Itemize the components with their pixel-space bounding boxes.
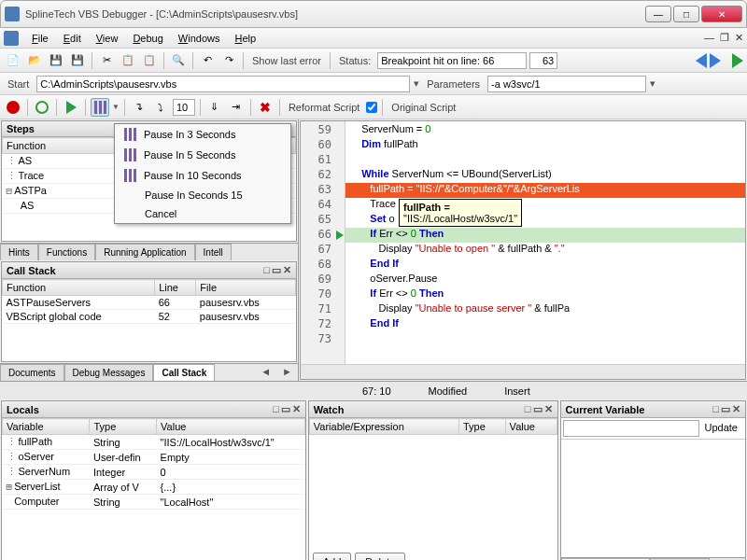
cut-button[interactable]: ✂	[97, 51, 116, 70]
menu-help[interactable]: Help	[227, 31, 263, 46]
locals-panel-header: Locals □▭✕	[2, 401, 305, 418]
params-field[interactable]	[487, 76, 646, 92]
window-title: SplineTech VBS Debugger - [C:\AdminScrip…	[25, 8, 645, 20]
menu-file[interactable]: File	[24, 31, 56, 46]
pause-button[interactable]	[91, 98, 109, 117]
hints-tabs: Hints Functions Running Application Inte…	[0, 243, 298, 260]
cursor-position: 67: 10	[362, 385, 391, 397]
script-toolbar: Start ▾ Parameters ▾	[0, 73, 747, 95]
currentvar-input[interactable]	[563, 420, 699, 437]
mdi-restore-button[interactable]: ❐	[720, 32, 729, 44]
stop-button[interactable]: ✖	[256, 98, 275, 117]
undo-button[interactable]: ↶	[198, 51, 217, 70]
panel-max-icon[interactable]: ▭	[533, 403, 543, 415]
paste-button[interactable]: 📋	[140, 51, 159, 70]
start-label: Start	[4, 78, 33, 90]
table-row: ComputerString"LocalHost"	[3, 495, 305, 510]
panel-pin-icon[interactable]: □	[712, 403, 719, 415]
app-icon	[5, 7, 20, 21]
panel-close-icon[interactable]: ✕	[283, 264, 291, 276]
pause-dropdown-arrow[interactable]: ▼	[112, 103, 120, 111]
reformat-label: Reformat Script	[285, 102, 363, 113]
pause-dropdown-menu: Pause In 3 Seconds Pause In 5 Seconds Pa…	[114, 123, 291, 224]
pause-cancel-item[interactable]: Cancel	[115, 204, 290, 223]
saveall-button[interactable]: 💾	[68, 51, 87, 70]
callstack-table[interactable]: FunctionLineFile ASTPauseServers66pauses…	[2, 279, 296, 324]
tab-intell[interactable]: Intell	[195, 244, 232, 260]
panel-pin-icon[interactable]: □	[263, 264, 270, 276]
script-path-field[interactable]	[36, 76, 410, 92]
record-button[interactable]	[4, 98, 22, 117]
step-into-button[interactable]: ↴	[130, 98, 148, 117]
new-button[interactable]: 📄	[4, 51, 22, 70]
show-last-error-label[interactable]: Show last error	[248, 55, 325, 66]
run-button[interactable]	[732, 53, 743, 68]
watch-table[interactable]: Variable/ExpressionTypeValue	[309, 418, 557, 435]
table-row: ⋮fullPathString"IIS://LocalHost/w3svc/1"	[3, 435, 305, 450]
tab-hints[interactable]: Hints	[0, 244, 38, 260]
nav-next-button[interactable]	[710, 53, 721, 68]
menu-windows[interactable]: Windows	[171, 31, 228, 46]
step-count-field[interactable]	[173, 99, 195, 116]
panel-close-icon[interactable]: ✕	[292, 403, 301, 415]
panel-max-icon[interactable]: ▭	[272, 264, 281, 276]
app-icon-small	[4, 31, 19, 46]
callstack-panel-header: Call Stack □▭✕	[2, 262, 296, 279]
tab-documents[interactable]: Documents	[0, 364, 64, 381]
tab-debug-messages[interactable]: Debug Messages	[64, 364, 154, 381]
insert-mode: Insert	[504, 385, 530, 397]
tab-functions[interactable]: Functions	[38, 244, 95, 260]
close-button[interactable]: ✕	[701, 6, 742, 22]
editor-hscrollbar[interactable]	[301, 364, 745, 379]
update-button[interactable]: Update	[699, 420, 743, 437]
redo-button[interactable]: ↷	[219, 51, 238, 70]
menu-edit[interactable]: Edit	[56, 31, 89, 46]
step-out-button[interactable]: ⇓	[205, 98, 224, 117]
table-row: ⋮oServerUser-definEmpty	[3, 450, 305, 465]
editor-gutter[interactable]: 596061 626364 656667 686970 717273	[301, 121, 345, 379]
status-field[interactable]	[377, 52, 527, 69]
run-to-cursor-button[interactable]: ⇥	[227, 98, 246, 117]
nav-prev-button[interactable]	[696, 53, 707, 68]
mdi-close-button[interactable]: ✕	[735, 32, 743, 44]
step-over-button[interactable]: ⤵	[151, 98, 170, 117]
doc-tabs: Documents Debug Messages Call Stack ◄ ►	[0, 363, 298, 381]
pause-5s-item[interactable]: Pause In 5 Seconds	[115, 145, 290, 165]
watch-delete-button[interactable]: Delete	[355, 553, 405, 560]
reformat-checkbox[interactable]	[366, 102, 377, 113]
pause-10s-item[interactable]: Pause In 10 Seconds	[115, 165, 290, 186]
panel-max-icon[interactable]: ▭	[721, 403, 730, 415]
table-row: ASTPauseServers66pausesrv.vbs	[3, 296, 296, 310]
tab-scroll-left[interactable]: ◄	[255, 364, 276, 381]
variable-tooltip: fullPath ="IIS://LocalHost/w3svc/1"	[399, 199, 522, 227]
watch-add-button[interactable]: Add	[313, 553, 352, 560]
mdi-minimize-button[interactable]: —	[704, 32, 714, 44]
status-num-field[interactable]	[529, 52, 557, 69]
open-button[interactable]: 📂	[25, 51, 44, 70]
find-button[interactable]: 🔍	[169, 51, 188, 70]
watch-panel-header: Watch □▭✕	[309, 401, 557, 418]
maximize-button[interactable]: □	[673, 6, 699, 22]
breakpoint-button[interactable]	[33, 98, 51, 117]
panel-close-icon[interactable]: ✕	[732, 403, 740, 415]
copy-button[interactable]: 📋	[119, 51, 137, 70]
pause-custom-item[interactable]: Pause In Seconds 15	[115, 186, 290, 204]
pause-3s-item[interactable]: Pause In 3 Seconds	[115, 124, 290, 145]
tab-running-app[interactable]: Running Application	[95, 244, 194, 260]
window-titlebar: SplineTech VBS Debugger - [C:\AdminScrip…	[0, 0, 747, 28]
locals-table[interactable]: VariableTypeValue ⋮fullPathString"IIS://…	[2, 418, 305, 510]
code-editor[interactable]: 596061 626364 656667 686970 717273 Serve…	[300, 120, 746, 380]
original-script-label[interactable]: Original Script	[388, 102, 459, 113]
tab-scroll-right[interactable]: ►	[276, 364, 298, 381]
panel-close-icon[interactable]: ✕	[544, 403, 553, 415]
panel-pin-icon[interactable]: □	[525, 403, 531, 415]
tab-call-stack[interactable]: Call Stack	[153, 364, 215, 381]
save-button[interactable]: 💾	[47, 51, 65, 70]
menu-debug[interactable]: Debug	[125, 31, 170, 46]
play-button[interactable]	[62, 98, 80, 117]
minimize-button[interactable]: —	[645, 6, 671, 22]
panel-pin-icon[interactable]: □	[273, 403, 279, 415]
panel-max-icon[interactable]: ▭	[281, 403, 290, 415]
table-row: ⊞ServerListArray of V{...}	[3, 480, 305, 495]
menu-view[interactable]: View	[89, 31, 126, 46]
